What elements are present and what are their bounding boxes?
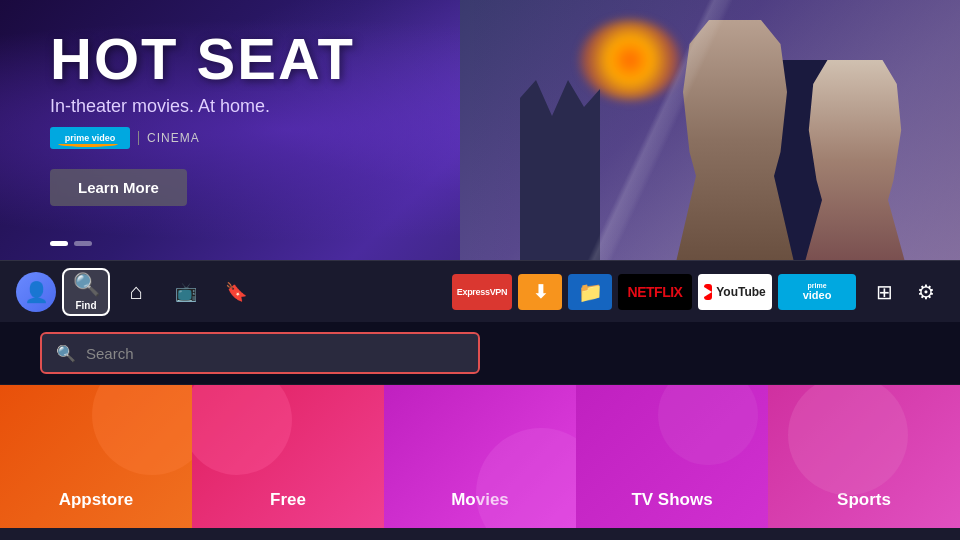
files-icon: 📁 [578, 280, 603, 304]
hero-title: HOT SEAT [50, 30, 355, 88]
hero-content: HOT SEAT In-theater movies. At home. pri… [50, 30, 355, 206]
category-grid: Appstore Free Movies TV Shows Sports [0, 385, 960, 528]
bookmark-icon: 🔖 [225, 281, 247, 303]
app-files[interactable]: 📁 [568, 274, 612, 310]
hero-banner: HOT SEAT In-theater movies. At home. pri… [0, 0, 960, 260]
cinema-badge: CINEMA [138, 131, 200, 145]
tvshows-decoration [658, 385, 758, 465]
gear-icon: ⚙ [917, 280, 935, 304]
search-area: 🔍 Search [0, 322, 960, 385]
app-downloader[interactable]: ⬇ [518, 274, 562, 310]
category-free[interactable]: Free [192, 385, 384, 528]
find-label: Find [75, 300, 96, 311]
category-sports[interactable]: Sports [768, 385, 960, 528]
app-prime-video[interactable]: prime video [778, 274, 856, 310]
search-input[interactable]: Search [86, 345, 134, 362]
youtube-label: YouTube [716, 285, 766, 299]
nav-left: 👤 🔍 Find ⌂ 📺 🔖 [16, 268, 260, 316]
category-appstore-label: Appstore [59, 490, 134, 510]
netflix-logo: NETFLIX [628, 284, 683, 300]
navigation-bar: 👤 🔍 Find ⌂ 📺 🔖 ExpressVPN ⬇ [0, 260, 960, 322]
find-button[interactable]: 🔍 Find [62, 268, 110, 316]
watchlist-button[interactable]: 🔖 [212, 268, 260, 316]
user-avatar[interactable]: 👤 [16, 272, 56, 312]
app-netflix[interactable]: NETFLIX [618, 274, 692, 310]
hero-dot-2[interactable] [74, 241, 92, 246]
sports-decoration [788, 385, 908, 495]
live-tv-button[interactable]: 📺 [162, 268, 210, 316]
prime-label-sm: prime [807, 282, 826, 289]
grid-icon: ⊞ [876, 280, 893, 304]
app-expressvpn[interactable]: ExpressVPN [452, 274, 512, 310]
learn-more-button[interactable]: Learn More [50, 169, 187, 206]
hero-brand: prime video CINEMA [50, 127, 355, 149]
hero-subtitle: In-theater movies. At home. [50, 96, 355, 117]
apps-grid-button[interactable]: ⊞ [866, 274, 902, 310]
nav-extra-buttons: ⊞ ⚙ [866, 274, 944, 310]
free-decoration [192, 385, 292, 475]
category-movies[interactable]: Movies [384, 385, 576, 528]
home-button[interactable]: ⌂ [112, 268, 160, 316]
category-appstore[interactable]: Appstore [0, 385, 192, 528]
category-free-label: Free [270, 490, 306, 510]
app-youtube[interactable]: YouTube [698, 274, 772, 310]
app-shortcuts: ExpressVPN ⬇ 📁 NETFLIX YouTube prime vid… [452, 274, 856, 310]
downloader-icon: ⬇ [533, 281, 548, 303]
avatar-icon: 👤 [24, 280, 49, 304]
prime-label-lg: video [803, 289, 832, 301]
search-icon: 🔍 [56, 344, 76, 363]
appstore-decoration [92, 385, 192, 475]
expressvpn-logo: ExpressVPN [457, 287, 508, 297]
youtube-play-triangle [704, 287, 712, 297]
search-nav-icon: 🔍 [73, 272, 100, 298]
movies-decoration [476, 428, 576, 528]
settings-button[interactable]: ⚙ [908, 274, 944, 310]
prime-video-logo: prime video [50, 127, 130, 149]
hero-image [460, 0, 960, 260]
search-box[interactable]: 🔍 Search [40, 332, 480, 374]
category-tvshows-label: TV Shows [631, 490, 712, 510]
tv-icon: 📺 [175, 281, 197, 303]
category-tvshows[interactable]: TV Shows [576, 385, 768, 528]
hero-image-bg [460, 0, 960, 260]
home-icon: ⌂ [129, 279, 142, 305]
hero-dot-1[interactable] [50, 241, 68, 246]
slash-overlay [460, 0, 960, 260]
hero-pagination [50, 241, 92, 246]
youtube-icon [704, 284, 712, 300]
